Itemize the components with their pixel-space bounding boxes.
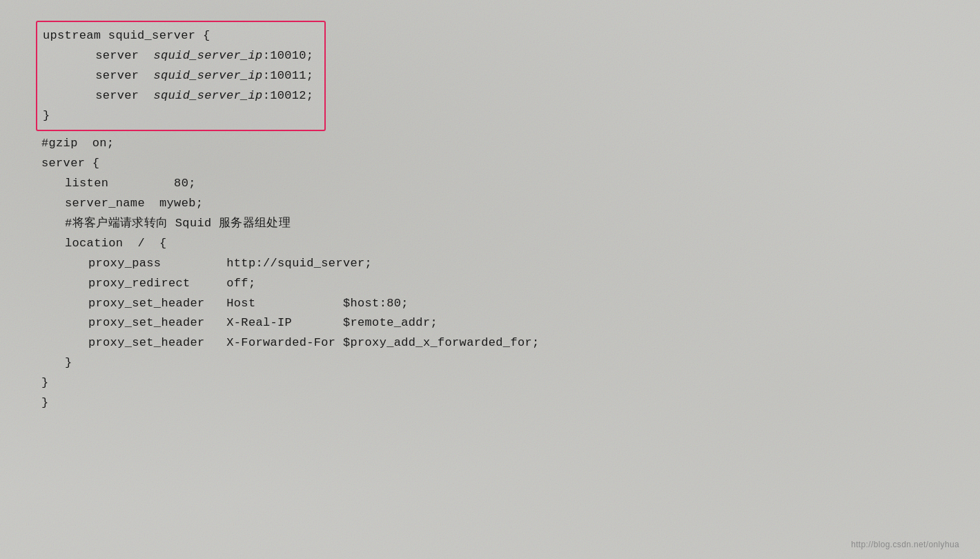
watermark: http://blog.csdn.net/onlyhua <box>851 540 959 549</box>
upstream-line-5: } <box>43 106 313 126</box>
code-line-server-open: server { <box>41 154 939 174</box>
code-line-server-close: } <box>41 373 939 393</box>
code-line-proxy-header-host: proxy_set_header Host $host:80; <box>41 294 939 314</box>
code-line-proxy-header-forwarded: proxy_set_header X-Forwarded-For $proxy_… <box>41 333 939 353</box>
upstream-line-1: upstream squid_server { <box>43 26 313 46</box>
code-line-proxy-redirect: proxy_redirect off; <box>41 274 939 294</box>
code-line-location-close: } <box>41 353 939 373</box>
code-line-gzip: #gzip on; <box>41 134 939 154</box>
code-line-outer-close: } <box>41 393 939 413</box>
code-line-server-name: server_name myweb; <box>41 194 939 214</box>
upstream-line-2: server squid_server_ip:10010; <box>43 46 313 66</box>
highlighted-upstream-block: upstream squid_server { server squid_ser… <box>36 21 326 131</box>
code-line-proxy-pass: proxy_pass http://squid_server; <box>41 254 939 274</box>
code-line-comment: #将客户端请求转向 Squid 服务器组处理 <box>41 214 939 234</box>
code-line-location: location / { <box>41 234 939 254</box>
upstream-line-3: server squid_server_ip:10011; <box>43 66 313 86</box>
code-container: upstream squid_server { server squid_ser… <box>21 7 959 552</box>
upstream-line-4: server squid_server_ip:10012; <box>43 86 313 106</box>
code-line-proxy-header-realip: proxy_set_header X-Real-IP $remote_addr; <box>41 313 939 333</box>
code-line-listen: listen 80; <box>41 174 939 194</box>
